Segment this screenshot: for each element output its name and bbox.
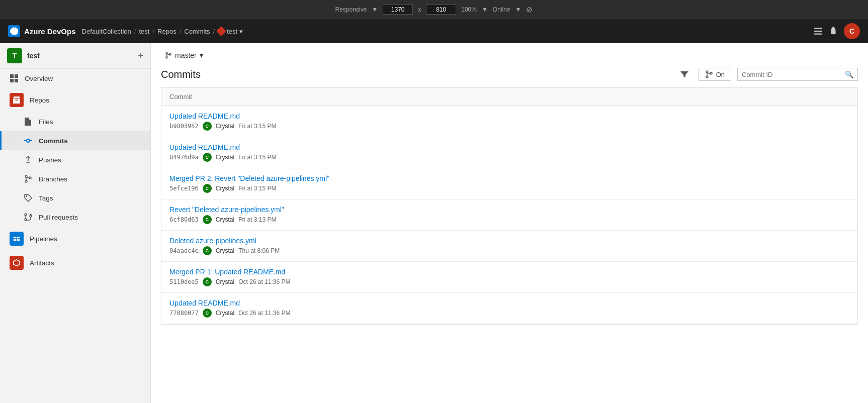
svg-point-14 [26,196,27,197]
svg-point-24 [706,76,708,78]
sidebar-item-label-overview: Overview [25,75,53,82]
sep1: / [134,28,136,35]
commit-author-avatar: C [203,246,212,255]
responsive-label: Responsive [335,6,367,13]
sep2: / [152,28,154,35]
breadcrumb-commits[interactable]: Commits [184,28,210,35]
filter-icon [680,70,688,78]
commit-message[interactable]: Updated README.md [169,112,849,120]
pipelines-icon [10,232,24,246]
commit-id-input[interactable] [742,71,845,78]
connection-arrow: ▼ [515,6,521,13]
table-row[interactable]: Revert "Deleted azure-pipelines.yml" 6cf… [161,199,857,231]
commit-message[interactable]: Updated README.md [169,143,849,151]
breadcrumb-repos[interactable]: Repos [157,28,177,35]
commit-message[interactable]: Deleted azure-pipelines.yml [169,237,849,245]
sidebar-item-label-pushes: Pushes [39,156,61,164]
commits-header: Commits On 🔍 [151,61,868,87]
sidebar-item-label-pull-requests: Pull requests [39,214,78,221]
notifications-icon[interactable] [829,27,838,36]
online-label: Online [493,6,510,13]
height-input[interactable] [426,5,456,15]
commit-time: Oct 26 at 11:36 PM [238,278,290,285]
sidebar-item-pushes[interactable]: Pushes [0,150,150,169]
commit-meta: 84976d9a C Crystal Fri at 3:15 PM [169,153,849,162]
page-title: Commits [161,69,670,80]
branch-name: master [175,51,197,59]
sidebar-item-repos[interactable]: Repos [0,88,150,112]
commits-list-container: Commit Updated README.md b9803952 C Crys… [151,87,868,403]
table-row[interactable]: Merged PR 1: Updated README.md 5110dee5 … [161,262,857,293]
sidebar-item-pull-requests[interactable]: Pull requests [0,208,150,227]
commit-time: Fri at 3:15 PM [238,154,276,161]
team-icon: T [7,48,22,63]
svg-rect-5 [10,79,14,82]
svg-rect-2 [814,34,822,35]
sidebar-item-label-repos: Repos [30,96,49,104]
commit-author-avatar: C [203,215,212,224]
sidebar-item-branches[interactable]: Branches [0,169,150,188]
svg-point-11 [25,180,27,182]
breadcrumb-dropdown-icon[interactable]: ▾ [239,28,243,35]
commit-message[interactable]: Revert "Deleted azure-pipelines.yml" [169,206,849,214]
table-header: Commit [161,88,857,106]
logo-text: Azure DevOps [24,27,76,36]
header-actions: C [814,23,860,39]
branch-selector[interactable]: master ▾ [161,49,207,61]
main-content: master ▾ Commits On 🔍 [151,43,868,403]
commit-time: Fri at 3:13 PM [238,216,276,223]
sidebar-item-pipelines[interactable]: Pipelines [0,227,150,251]
sep4: / [213,28,215,35]
svg-point-10 [25,175,27,177]
commit-time: Thu at 8:06 PM [238,247,280,254]
breadcrumb-defaultcollection[interactable]: DefaultCollection [82,28,131,35]
breadcrumb-repo-name[interactable]: test [227,28,237,35]
zoom-arrow: ▼ [482,6,488,13]
settings-icon[interactable]: ⊘ [526,5,533,14]
sidebar-item-tags[interactable]: Tags [0,188,150,208]
table-row[interactable]: Updated README.md 84976d9a C Crystal Fri… [161,137,857,168]
logo-link[interactable]: Azure DevOps [8,25,76,37]
branch-bar: master ▾ [151,43,868,61]
sidebar-nav: Overview Repos Files [0,69,150,275]
team-name: test [27,52,133,60]
user-avatar[interactable]: C [844,23,860,39]
commits-icon [24,136,33,145]
table-row[interactable]: Updated README.md 77080077 C Crystal Oct… [161,293,857,324]
width-input[interactable] [383,5,413,15]
on-label: On [716,71,725,78]
commit-message[interactable]: Updated README.md [169,299,849,307]
filter-button[interactable] [676,66,692,82]
sidebar-item-artifacts[interactable]: Artifacts [0,251,150,275]
commit-time: Fri at 3:15 PM [238,123,276,130]
commit-message[interactable]: Merged PR 2: Revert "Deleted azure-pipel… [169,174,849,182]
commit-hash: 6cf80d63 [169,216,199,223]
branches-icon [24,174,33,183]
repos-icon [10,93,24,107]
app-body: T test + Overview Repos [0,43,868,403]
on-toggle-button[interactable]: On [699,68,731,81]
times-separator: x [418,6,421,13]
sidebar-item-commits[interactable]: Commits [0,131,150,150]
add-team-button[interactable]: + [138,51,143,61]
sidebar-item-label-tags: Tags [39,194,53,202]
sidebar-item-files[interactable]: Files [0,112,150,131]
tasks-icon[interactable] [814,27,823,36]
commit-author-avatar: C [203,184,212,193]
commit-hash: 84976d9a [169,154,199,161]
svg-rect-1 [814,31,822,32]
search-icon[interactable]: 🔍 [845,70,853,78]
table-row[interactable]: Deleted azure-pipelines.yml 04aadc4e C C… [161,231,857,262]
commit-message[interactable]: Merged PR 1: Updated README.md [169,268,849,276]
commit-author-avatar: C [203,277,212,286]
team-section: T test + [0,43,150,69]
commit-meta: 5efce196 C Crystal Fri at 3:15 PM [169,184,849,193]
sidebar-item-overview[interactable]: Overview [0,69,150,88]
sep3: / [180,28,182,35]
table-row[interactable]: Merged PR 2: Revert "Deleted azure-pipel… [161,168,857,199]
breadcrumb-test[interactable]: test [139,28,149,35]
table-row[interactable]: Updated README.md b9803952 C Crystal Fri… [161,106,857,137]
breadcrumb: DefaultCollection / test / Repos / Commi… [82,28,808,35]
commit-author: Crystal [216,247,234,254]
commit-time: Fri at 3:15 PM [238,185,276,192]
